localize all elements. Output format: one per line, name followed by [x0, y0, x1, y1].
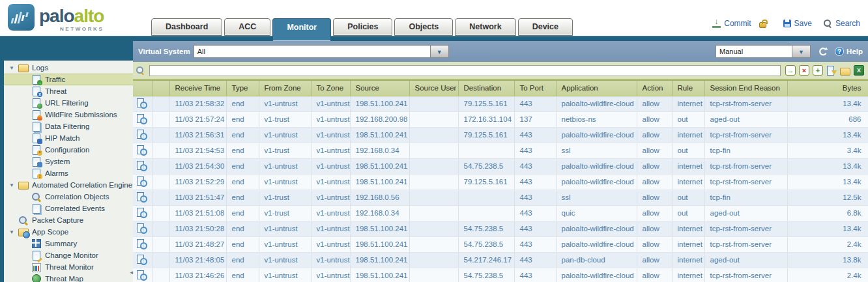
tab-policies[interactable]: Policies: [333, 18, 392, 36]
log-detail-icon[interactable]: [137, 239, 147, 249]
cell-flag: [152, 221, 169, 236]
virtual-system-select[interactable]: All: [194, 45, 449, 58]
apply-filter-icon[interactable]: →: [785, 65, 796, 76]
column-header[interactable]: Source User: [409, 80, 458, 96]
expand-arrow-icon[interactable]: [9, 65, 18, 71]
cell-source-user: [409, 143, 458, 158]
sidebar-item-summary[interactable]: Summary: [4, 238, 133, 249]
column-header[interactable]: Session End Reason: [704, 80, 787, 96]
table-body: 11/03 21:58:32 end v1-untrust v1-untrust…: [133, 96, 868, 282]
log-detail-icon[interactable]: [137, 130, 147, 140]
sidebar-item-wildfire-submissions[interactable]: WildFire Submissions: [4, 109, 133, 120]
column-header[interactable]: Receive Time: [169, 80, 226, 96]
cell-source: 198.51.100.241: [350, 174, 409, 190]
column-header[interactable]: Bytes: [787, 80, 868, 96]
sidebar-item-automated-correlation-engine[interactable]: Automated Correlation Engine: [4, 179, 133, 191]
log-filter-input[interactable]: [149, 65, 781, 76]
log-row[interactable]: 11/03 21:54:53 end v1-trust v1-untrust 1…: [133, 143, 868, 158]
column-header[interactable]: Action: [637, 80, 672, 96]
sidebar-item-system[interactable]: System: [4, 156, 133, 167]
log-detail-icon[interactable]: [137, 270, 147, 281]
sidebar-item-alarms[interactable]: Alarms: [4, 167, 133, 179]
log-row[interactable]: 11/03 21:58:32 end v1-untrust v1-untrust…: [133, 96, 868, 111]
column-header[interactable]: To Port: [514, 80, 556, 96]
sidebar-item-correlated-events[interactable]: Correlated Events: [4, 203, 133, 214]
refresh-icon[interactable]: [817, 46, 828, 57]
save-filter-icon[interactable]: [826, 65, 837, 76]
url-filtering-log-icon: [31, 98, 42, 108]
log-row[interactable]: 11/03 21:54:30 end v1-untrust v1-untrust…: [133, 158, 868, 174]
sidebar-item-logs[interactable]: Logs: [4, 62, 133, 74]
log-detail-icon[interactable]: [137, 208, 147, 218]
commit-button[interactable]: Commit: [712, 19, 751, 28]
column-header[interactable]: To Zone: [311, 80, 350, 96]
sidebar-item-change-monitor[interactable]: Change Monitor: [4, 249, 133, 261]
virtual-system-label: Virtual System: [138, 48, 190, 55]
cell-bytes: 686: [787, 111, 868, 127]
logs-folder-icon: [18, 63, 29, 73]
expand-arrow-icon[interactable]: [9, 229, 18, 235]
sidebar-item-url-filtering[interactable]: URL Filtering: [4, 97, 133, 109]
column-header[interactable]: Destination: [458, 80, 514, 96]
sidebar-item-configuration[interactable]: Configuration: [4, 144, 133, 156]
lock-icon[interactable]: [759, 22, 766, 28]
sidebar-item-correlation-objects[interactable]: Correlation Objects: [4, 191, 133, 203]
log-detail-icon[interactable]: [137, 161, 147, 171]
search-button[interactable]: Search: [824, 19, 860, 28]
cell-destination: 54.75.238.5: [458, 268, 514, 282]
log-row[interactable]: 11/03 21:57:24 end v1-trust v1-untrust 1…: [133, 111, 868, 127]
logo-networks: NETWORKS: [39, 27, 104, 32]
sidebar-item-data-filtering[interactable]: Data Filtering: [4, 120, 133, 132]
log-detail-icon[interactable]: [137, 192, 147, 203]
column-header[interactable]: Source: [350, 80, 409, 96]
add-filter-icon[interactable]: +: [813, 65, 823, 76]
sidebar-item-app-scope[interactable]: App Scope: [4, 226, 133, 238]
log-row[interactable]: 11/03 21:48:27 end v1-untrust v1-untrust…: [133, 236, 868, 252]
load-filter-icon[interactable]: [840, 68, 850, 76]
tab-acc[interactable]: ACC: [224, 18, 270, 36]
dropdown-arrow-icon[interactable]: [431, 45, 449, 58]
sidebar-item-threat[interactable]: Threat: [4, 85, 133, 97]
cell-rule: internet: [672, 158, 704, 174]
log-row[interactable]: 11/03 21:56:31 end v1-untrust v1-untrust…: [133, 127, 868, 143]
log-row[interactable]: 11/03 21:52:29 end v1-untrust v1-untrust…: [133, 174, 868, 190]
help-button[interactable]: Help: [835, 47, 863, 56]
cell-to-port: 443: [514, 96, 556, 111]
log-detail-icon[interactable]: [137, 114, 147, 124]
sidebar-item-hip-match[interactable]: HIP Match: [4, 132, 133, 144]
log-detail-icon[interactable]: [137, 145, 147, 156]
clear-filter-icon[interactable]: ×: [799, 65, 809, 76]
log-detail-icon[interactable]: [137, 176, 147, 187]
log-row[interactable]: 11/03 21:51:08 end v1-trust v1-untrust 1…: [133, 205, 868, 221]
save-button[interactable]: Save: [783, 19, 812, 28]
tab-device[interactable]: Device: [518, 18, 573, 36]
log-row[interactable]: 11/03 21:48:05 end v1-untrust v1-untrust…: [133, 252, 868, 268]
log-row[interactable]: 11/03 21:46:26 end v1-untrust v1-untrust…: [133, 268, 868, 282]
flag-column-header: [152, 80, 169, 96]
sidebar-item-packet-capture[interactable]: Packet Capture: [4, 214, 133, 226]
hip-match-log-icon: [31, 134, 42, 143]
sidebar-item-threat-map[interactable]: Threat Map: [4, 273, 133, 282]
cell-application: ssl: [556, 190, 637, 205]
log-detail-icon[interactable]: [137, 98, 147, 109]
dropdown-arrow-icon[interactable]: [792, 45, 811, 58]
sidebar-item-traffic[interactable]: Traffic: [4, 74, 133, 85]
tab-network[interactable]: Network: [455, 18, 515, 36]
tab-objects[interactable]: Objects: [394, 18, 453, 36]
tab-monitor[interactable]: Monitor: [272, 18, 331, 41]
column-header[interactable]: From Zone: [259, 80, 311, 96]
expand-arrow-icon[interactable]: [9, 182, 18, 188]
log-detail-icon[interactable]: [137, 223, 147, 234]
sidebar-collapse-handle[interactable]: ◂: [130, 269, 133, 275]
log-row[interactable]: 11/03 21:50:28 end v1-untrust v1-untrust…: [133, 221, 868, 236]
column-header[interactable]: Application: [556, 80, 637, 96]
tab-dashboard[interactable]: Dashboard: [151, 18, 222, 36]
sidebar-item-threat-monitor[interactable]: Threat Monitor: [4, 261, 133, 273]
log-filter-bar: → × + X: [133, 62, 868, 79]
column-header[interactable]: Rule: [672, 80, 704, 96]
refresh-interval-select[interactable]: Manual: [716, 45, 811, 58]
column-header[interactable]: Type: [226, 80, 259, 96]
export-csv-icon[interactable]: X: [854, 65, 864, 76]
log-row[interactable]: 11/03 21:51:47 end v1-trust v1-untrust 1…: [133, 190, 868, 205]
log-detail-icon[interactable]: [137, 255, 147, 265]
